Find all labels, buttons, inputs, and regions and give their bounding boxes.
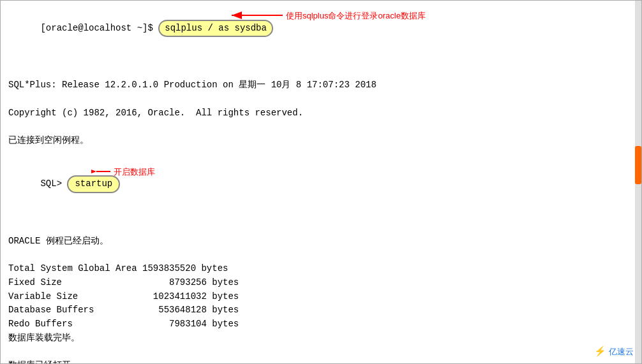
watermark-icon: ⚡ — [594, 346, 606, 356]
line-2: SQL*Plus: Release 12.2.0.1.0 Production … — [8, 78, 634, 92]
svg-text:使用sqlplus命令进行登录oracle数据库: 使用sqlplus命令进行登录oracle数据库 — [286, 11, 426, 20]
line-11: Total System Global Area 1593835520 byte… — [8, 262, 634, 276]
watermark: ⚡ 亿速云 — [594, 344, 634, 358]
line-12: Fixed Size 8793256 bytes — [8, 276, 634, 290]
line-7 — [8, 148, 634, 162]
cmd-highlight-1: sqlplus / as sysdba — [158, 20, 273, 38]
prompt-2: SQL> — [40, 178, 67, 189]
line-3 — [8, 92, 634, 106]
line-14: Database Buffers 553648128 bytes — [8, 303, 634, 317]
line-9: ORACLE 例程已经启动。 — [8, 235, 634, 249]
line-17 — [8, 346, 634, 360]
line-13: Variable Size 1023411032 bytes — [8, 290, 634, 304]
terminal-window: [oracle@localhost ~]$ sqlplus / as sysdb… — [0, 0, 642, 364]
scrollbar[interactable] — [635, 1, 641, 363]
line-4: Copyright (c) 1982, 2016, Oracle. All ri… — [8, 106, 634, 120]
line-5 — [8, 120, 634, 135]
cmd-highlight-2: startup — [67, 175, 120, 193]
line-15: Redo Buffers 7983104 bytes — [8, 317, 634, 331]
watermark-text: 亿速云 — [609, 347, 634, 356]
line-16: 数据库装载完毕。 — [8, 331, 634, 346]
scrollbar-thumb[interactable] — [635, 146, 641, 184]
line-10 — [8, 249, 634, 263]
svg-text:开启数据库: 开启数据库 — [114, 167, 155, 177]
line-6: 已连接到空闲例程。 — [8, 134, 634, 148]
line-8: SQL> startup 开启数据库 — [8, 162, 634, 235]
terminal-body[interactable]: [oracle@localhost ~]$ sqlplus / as sysdb… — [1, 1, 641, 363]
line-18: 数据库已经打开。 — [8, 359, 634, 363]
prompt-1: [oracle@localhost ~]$ — [40, 23, 158, 33]
line-1: [oracle@localhost ~]$ sqlplus / as sysdb… — [8, 6, 634, 78]
